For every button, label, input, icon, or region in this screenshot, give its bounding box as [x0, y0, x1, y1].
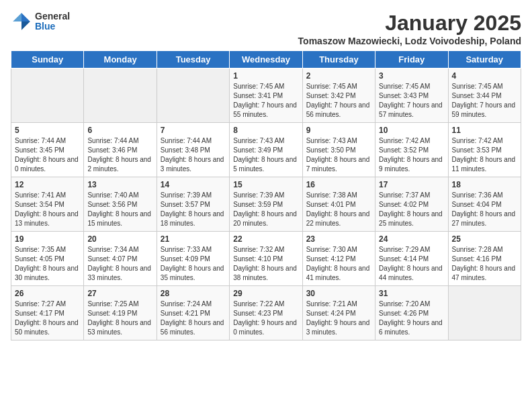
calendar-cell: 14Sunrise: 7:39 AMSunset: 3:57 PMDayligh…	[157, 177, 229, 232]
day-number: 20	[87, 234, 152, 244]
sunrise: Sunrise: 7:30 AM	[306, 246, 357, 253]
sunset: Sunset: 3:59 PM	[233, 201, 283, 208]
calendar-cell	[11, 68, 84, 123]
calendar-cell: 20Sunrise: 7:34 AMSunset: 4:07 PMDayligh…	[84, 232, 157, 286]
calendar-week-2: 5Sunrise: 7:44 AMSunset: 3:45 PMDaylight…	[11, 123, 521, 177]
day-info: Sunrise: 7:35 AMSunset: 4:05 PMDaylight:…	[15, 245, 80, 283]
sunrise: Sunrise: 7:42 AM	[379, 137, 430, 144]
daylight: Daylight: 9 hours and 3 minutes.	[306, 319, 370, 336]
sunset: Sunset: 3:41 PM	[233, 92, 283, 99]
weekday-header-monday: Monday	[84, 51, 157, 68]
logo-text: General Blue	[35, 11, 70, 32]
logo: General Blue	[11, 11, 70, 32]
sunrise: Sunrise: 7:44 AM	[15, 137, 66, 144]
day-info: Sunrise: 7:27 AMSunset: 4:17 PMDaylight:…	[15, 300, 80, 337]
calendar-cell: 8Sunrise: 7:43 AMSunset: 3:49 PMDaylight…	[230, 123, 302, 177]
day-number: 8	[233, 126, 298, 135]
day-number: 10	[379, 126, 444, 135]
day-info: Sunrise: 7:45 AMSunset: 3:44 PMDaylight:…	[452, 82, 517, 120]
day-info: Sunrise: 7:22 AMSunset: 4:23 PMDaylight:…	[233, 300, 298, 337]
day-info: Sunrise: 7:39 AMSunset: 3:57 PMDaylight:…	[161, 191, 226, 228]
sunset: Sunset: 4:01 PM	[306, 201, 356, 208]
sunrise: Sunrise: 7:34 AM	[87, 246, 138, 253]
sunrise: Sunrise: 7:20 AM	[379, 300, 430, 308]
sunset: Sunset: 3:49 PM	[233, 146, 283, 154]
sunset: Sunset: 4:07 PM	[87, 255, 137, 263]
svg-marker-2	[13, 13, 21, 21]
sunset: Sunset: 4:23 PM	[233, 310, 283, 317]
sunrise: Sunrise: 7:33 AM	[161, 246, 212, 253]
day-number: 27	[87, 289, 152, 298]
day-number: 18	[452, 180, 517, 189]
calendar-cell: 7Sunrise: 7:44 AMSunset: 3:48 PMDaylight…	[157, 123, 229, 177]
day-info: Sunrise: 7:45 AMSunset: 3:43 PMDaylight:…	[379, 82, 444, 120]
daylight: Daylight: 8 hours and 35 minutes.	[161, 265, 224, 281]
daylight: Daylight: 8 hours and 50 minutes.	[15, 319, 79, 336]
sunset: Sunset: 3:54 PM	[15, 201, 64, 208]
day-info: Sunrise: 7:37 AMSunset: 4:02 PMDaylight:…	[379, 191, 444, 228]
daylight: Daylight: 8 hours and 0 minutes.	[15, 156, 79, 173]
sunset: Sunset: 3:53 PM	[452, 146, 502, 154]
day-number: 13	[87, 180, 152, 189]
day-number: 12	[15, 180, 80, 189]
day-number: 4	[452, 71, 517, 81]
sunset: Sunset: 3:56 PM	[87, 201, 137, 208]
sunrise: Sunrise: 7:42 AM	[452, 137, 503, 144]
daylight: Daylight: 9 hours and 0 minutes.	[233, 319, 297, 336]
day-number: 28	[161, 289, 226, 298]
sunrise: Sunrise: 7:43 AM	[233, 137, 284, 144]
calendar-week-4: 19Sunrise: 7:35 AMSunset: 4:05 PMDayligh…	[11, 232, 521, 286]
sunrise: Sunrise: 7:45 AM	[306, 83, 357, 90]
day-number: 26	[15, 289, 80, 298]
sunrise: Sunrise: 7:39 AM	[161, 191, 212, 199]
day-info: Sunrise: 7:38 AMSunset: 4:01 PMDaylight:…	[306, 191, 371, 228]
day-number: 11	[452, 126, 517, 135]
sunset: Sunset: 4:12 PM	[306, 255, 356, 263]
calendar-cell	[157, 68, 229, 123]
calendar-cell: 30Sunrise: 7:21 AMSunset: 4:24 PMDayligh…	[302, 286, 375, 340]
calendar-cell: 18Sunrise: 7:36 AMSunset: 4:04 PMDayligh…	[448, 177, 521, 232]
sunrise: Sunrise: 7:43 AM	[306, 137, 357, 144]
day-info: Sunrise: 7:43 AMSunset: 3:50 PMDaylight:…	[306, 136, 371, 174]
sunset: Sunset: 3:43 PM	[379, 92, 429, 99]
sunrise: Sunrise: 7:40 AM	[87, 191, 138, 199]
daylight: Daylight: 8 hours and 30 minutes.	[15, 265, 79, 281]
weekday-header-friday: Friday	[375, 51, 448, 68]
day-info: Sunrise: 7:44 AMSunset: 3:48 PMDaylight:…	[161, 136, 226, 174]
sunrise: Sunrise: 7:22 AM	[233, 300, 284, 308]
day-number: 1	[233, 71, 298, 81]
calendar-cell: 26Sunrise: 7:27 AMSunset: 4:17 PMDayligh…	[11, 286, 84, 340]
calendar-cell: 19Sunrise: 7:35 AMSunset: 4:05 PMDayligh…	[11, 232, 84, 286]
calendar-table: SundayMondayTuesdayWednesdayThursdayFrid…	[11, 50, 521, 340]
sunrise: Sunrise: 7:44 AM	[161, 137, 212, 144]
daylight: Daylight: 8 hours and 38 minutes.	[233, 265, 297, 281]
day-number: 29	[233, 289, 298, 298]
day-number: 24	[379, 234, 444, 244]
sunset: Sunset: 3:46 PM	[87, 146, 137, 154]
day-info: Sunrise: 7:33 AMSunset: 4:09 PMDaylight:…	[161, 245, 226, 283]
calendar-cell: 12Sunrise: 7:41 AMSunset: 3:54 PMDayligh…	[11, 177, 84, 232]
day-info: Sunrise: 7:20 AMSunset: 4:26 PMDaylight:…	[379, 300, 444, 337]
calendar-cell	[448, 286, 521, 340]
calendar-cell: 9Sunrise: 7:43 AMSunset: 3:50 PMDaylight…	[302, 123, 375, 177]
sunrise: Sunrise: 7:32 AM	[233, 246, 284, 253]
calendar-week-3: 12Sunrise: 7:41 AMSunset: 3:54 PMDayligh…	[11, 177, 521, 232]
calendar-cell: 2Sunrise: 7:45 AMSunset: 3:42 PMDaylight…	[302, 68, 375, 123]
day-number: 17	[379, 180, 444, 189]
calendar-cell: 4Sunrise: 7:45 AMSunset: 3:44 PMDaylight…	[448, 68, 521, 123]
sunset: Sunset: 4:24 PM	[306, 310, 356, 317]
logo-blue: Blue	[35, 21, 70, 32]
calendar-cell: 13Sunrise: 7:40 AMSunset: 3:56 PMDayligh…	[84, 177, 157, 232]
sunrise: Sunrise: 7:35 AM	[15, 246, 66, 253]
day-info: Sunrise: 7:42 AMSunset: 3:52 PMDaylight:…	[379, 136, 444, 174]
calendar-cell: 15Sunrise: 7:39 AMSunset: 3:59 PMDayligh…	[230, 177, 302, 232]
calendar-week-5: 26Sunrise: 7:27 AMSunset: 4:17 PMDayligh…	[11, 286, 521, 340]
weekday-header-wednesday: Wednesday	[230, 51, 302, 68]
daylight: Daylight: 8 hours and 11 minutes.	[452, 156, 516, 173]
daylight: Daylight: 8 hours and 47 minutes.	[452, 265, 516, 281]
day-info: Sunrise: 7:40 AMSunset: 3:56 PMDaylight:…	[87, 191, 152, 228]
daylight: Daylight: 8 hours and 7 minutes.	[306, 156, 370, 173]
calendar-cell: 27Sunrise: 7:25 AMSunset: 4:19 PMDayligh…	[84, 286, 157, 340]
page-header: General Blue January 2025 Tomaszow Mazow…	[11, 11, 521, 46]
calendar-cell: 17Sunrise: 7:37 AMSunset: 4:02 PMDayligh…	[375, 177, 448, 232]
